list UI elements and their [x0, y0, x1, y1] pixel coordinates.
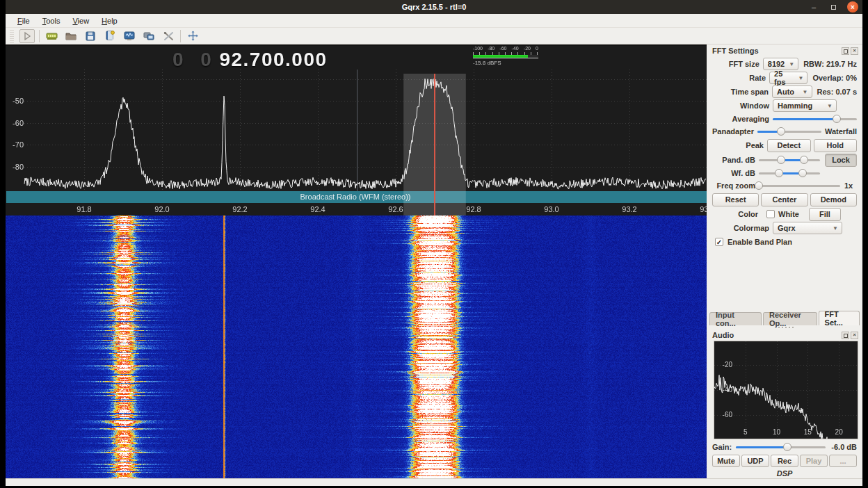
- fft-size-combo[interactable]: 8192▼: [763, 58, 798, 70]
- freq-zoom-row: Freq zoom 1x: [712, 179, 857, 192]
- tools-button[interactable]: [161, 29, 176, 43]
- demod-button[interactable]: Demod: [810, 193, 857, 206]
- pandapter[interactable]: 0 0 92.700.000 -100-80-60-40-200 -15.8 d…: [6, 44, 707, 215]
- start-dsp-button[interactable]: [19, 29, 35, 43]
- averaging-slider[interactable]: [773, 114, 857, 124]
- res-value: Res: 0.07 s: [817, 88, 857, 96]
- waterfall-label: Waterfall: [825, 127, 857, 136]
- toolbar: [6, 28, 862, 44]
- overlap-value: Overlap: 0%: [812, 74, 857, 82]
- gain-value: -6.0 dB: [831, 443, 857, 451]
- tab-input-controls[interactable]: Input con...: [709, 312, 762, 325]
- audio-close-icon[interactable]: ×: [851, 332, 858, 339]
- pand-db-lock-button[interactable]: Lock: [825, 154, 857, 167]
- pand-db-range-slider[interactable]: [759, 155, 820, 165]
- fft-dock-title: FFT Settings: [712, 47, 759, 55]
- zoom-buttons-row: Reset Center Demod: [712, 192, 857, 207]
- play-icon: [22, 31, 32, 41]
- chevron-down-icon: ▼: [803, 89, 808, 95]
- menu-file[interactable]: File: [11, 15, 36, 26]
- menu-view[interactable]: View: [66, 15, 95, 26]
- wrench-screwdriver-icon: [163, 31, 174, 41]
- tab-fft-settings[interactable]: FFT Set...: [819, 311, 860, 325]
- white-checkbox[interactable]: [766, 210, 775, 218]
- mute-button[interactable]: Mute: [712, 455, 740, 467]
- band-plan-checkbox[interactable]: ✓: [715, 238, 723, 246]
- peak-detect-button[interactable]: Detect: [767, 139, 811, 152]
- fft-float-icon[interactable]: [842, 47, 849, 55]
- device-icon: [46, 31, 58, 41]
- fft-dock-header: FFT Settings ×: [707, 44, 862, 56]
- rate-row: Rate 25 fps▼ Overlap: 0%: [712, 71, 857, 85]
- bookmarks-button[interactable]: [102, 29, 118, 43]
- menu-tools[interactable]: Tools: [36, 15, 67, 26]
- peak-hold-button[interactable]: Hold: [814, 139, 858, 152]
- maximize-button[interactable]: [828, 1, 839, 13]
- colormap-label: Colormap: [712, 224, 769, 232]
- floppy-save-icon: [86, 31, 95, 41]
- timespan-combo[interactable]: Auto▼: [772, 86, 812, 98]
- iq-device-button[interactable]: [44, 29, 59, 43]
- dsp-window-button[interactable]: [122, 29, 137, 43]
- rate-combo[interactable]: 25 fps▼: [769, 72, 807, 84]
- chevron-down-icon: ▼: [833, 225, 838, 231]
- spectrum-plot-canvas[interactable]: [6, 44, 707, 215]
- rbw-value: RBW: 219.7 Hz: [803, 60, 857, 68]
- meter-value: -15.8 dBFS: [473, 60, 538, 66]
- open-button[interactable]: [63, 29, 79, 43]
- fft-size-label: FFT size: [712, 60, 760, 68]
- gain-slider[interactable]: [736, 442, 826, 452]
- peak-label: Peak: [712, 141, 764, 149]
- meter-bar: [473, 55, 538, 58]
- fill-button[interactable]: Fill: [809, 208, 841, 221]
- fullscreen-button[interactable]: [185, 29, 200, 43]
- fft-size-row: FFT size 8192▼ RBW: 219.7 Hz: [712, 57, 857, 71]
- minimize-button[interactable]: –: [808, 1, 819, 13]
- window-label: Window: [712, 101, 769, 110]
- pand-db-label: Pand. dB: [712, 156, 755, 164]
- audio-float-icon[interactable]: [842, 332, 849, 339]
- fft-close-icon[interactable]: ×: [851, 47, 858, 55]
- meter-fill: [473, 55, 528, 58]
- audio-fft-canvas[interactable]: [714, 341, 858, 439]
- close-button[interactable]: ×: [847, 1, 858, 13]
- audio-gain-row: Gain: -6.0 dB: [712, 441, 857, 453]
- frequency-digits[interactable]: 92.700.000: [219, 49, 327, 71]
- panadapter-label: Panadapter: [712, 127, 754, 136]
- gain-label: Gain:: [712, 443, 732, 451]
- menu-help[interactable]: Help: [95, 15, 124, 26]
- rec-button[interactable]: Rec: [771, 455, 798, 467]
- audio-dock: Audio × Gain: -6.0 dB Mute UD: [707, 329, 862, 478]
- wf-db-label: Wf. dB: [712, 169, 755, 177]
- remote-control-button[interactable]: [141, 29, 156, 43]
- wf-db-range-slider[interactable]: [759, 168, 820, 178]
- desktop: Gqrx 2.15.5 - rtl=0 – × File Tools View …: [0, 0, 868, 488]
- frequency-display[interactable]: 0 0 92.700.000: [172, 48, 328, 72]
- computers-icon: [143, 31, 154, 41]
- menu-bar: File Tools View Help: [6, 14, 862, 28]
- colormap-combo[interactable]: Gqrx▼: [773, 222, 842, 234]
- window-combo[interactable]: Hamming▼: [773, 99, 837, 112]
- freq-zoom-slider[interactable]: [759, 181, 840, 190]
- band-plan-label: Enable Band Plan: [728, 238, 792, 246]
- waterfall-canvas[interactable]: [6, 215, 707, 478]
- pan-wf-split-slider[interactable]: [757, 127, 821, 136]
- meter-scale: -100-80-60-40-200: [473, 46, 538, 51]
- gqrx-window: Gqrx 2.15.5 - rtl=0 – × File Tools View …: [6, 0, 862, 486]
- rate-label: Rate: [712, 74, 766, 82]
- toolbar-grip[interactable]: [10, 29, 14, 43]
- dsp-label: DSP: [707, 469, 862, 478]
- save-button[interactable]: [83, 29, 98, 43]
- center-button[interactable]: Center: [761, 193, 807, 206]
- title-bar[interactable]: Gqrx 2.15.5 - rtl=0 – ×: [6, 0, 862, 14]
- averaging-row: Averaging: [712, 113, 857, 125]
- wf-db-row: Wf. dB: [712, 167, 857, 179]
- reset-button[interactable]: Reset: [712, 193, 759, 206]
- peak-row: Peak Detect Hold: [712, 138, 857, 153]
- color-row: Color White Fill: [712, 207, 857, 221]
- bookmark-icon: [105, 31, 115, 41]
- freq-zoom-label: Freq zoom: [712, 181, 755, 190]
- tab-receiver-options[interactable]: Receiver Op...: [763, 312, 817, 325]
- color-label: Color: [712, 210, 758, 218]
- udp-button[interactable]: UDP: [741, 455, 769, 467]
